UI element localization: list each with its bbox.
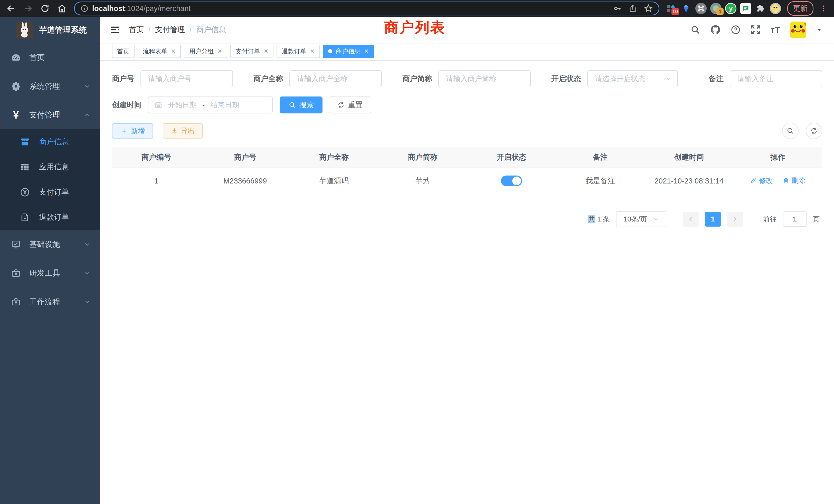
app-logo-row[interactable]: 芋道管理系统 [0,17,100,43]
top-navbar: 首页 / 支付管理 / 商户信息 商户列表 ᴛT [100,17,834,43]
toggle-search-button[interactable] [782,123,798,139]
extension-badge: 10 [672,8,679,15]
tab-merchant-info[interactable]: 商户信息✕ [323,45,374,58]
password-key-icon[interactable] [613,4,622,13]
sidebar-item-infra[interactable]: 基础设施 [0,230,100,259]
prev-page-button[interactable] [683,212,699,227]
search-button[interactable]: 搜索 [280,96,323,113]
col-remark: 备注 [556,147,645,168]
cell-merchant-id: 1 [112,168,201,194]
close-icon[interactable]: ✕ [310,48,314,55]
browser-menu-icon[interactable] [820,5,827,12]
fullscreen-icon[interactable] [750,25,761,35]
tab-home[interactable]: 首页 [112,45,135,58]
sidebar-item-pay-order[interactable]: 支付订单 [0,180,100,205]
briefcase-icon [11,297,21,307]
merchant-table: 商户编号 商户号 商户全称 商户简称 开启状态 备注 创建时间 操作 1 M23… [112,147,822,194]
sidebar-item-payment[interactable]: ¥ 支付管理 [0,100,100,129]
breadcrumb-current: 商户信息 [196,25,226,35]
merchant-no-input[interactable] [140,70,233,87]
col-merchant-id: 商户编号 [112,147,201,168]
goto-label: 前往 [763,214,777,224]
chrome-update-button[interactable]: 更新 [787,1,813,16]
url-text: localhost:1024/pay/merchant [92,4,609,13]
header-search-icon[interactable] [690,25,700,35]
extension-chat-icon[interactable] [740,3,751,14]
extension-command-icon[interactable] [695,3,707,14]
refresh-icon [810,127,818,135]
font-size-icon[interactable]: ᴛT [771,25,780,35]
app-logo [16,22,33,39]
back-icon[interactable] [4,2,19,15]
tab-pay-order[interactable]: 支付订单✕ [230,45,273,58]
profile-avatar-icon[interactable] [770,3,781,14]
breadcrumb-payment[interactable]: 支付管理 [155,25,185,35]
caret-down-icon[interactable] [816,26,823,33]
extension-blue-diamond-icon[interactable]: 10 [665,3,677,14]
sidebar-item-merchant-info[interactable]: 商户信息 [0,129,100,155]
extension-proxy-icon[interactable]: 1 [710,3,722,14]
col-created: 创建时间 [645,147,733,168]
add-button[interactable]: ＋ 新增 [112,123,153,139]
forward-icon[interactable] [21,2,36,15]
full-name-input[interactable] [289,70,382,87]
edit-button[interactable]: 修改 [750,176,773,185]
date-end-placeholder: 结束日期 [210,100,239,110]
filter-full-name-label: 商户全称 [254,74,283,84]
sidebar-item-workflow[interactable]: 工作流程 [0,288,100,316]
tab-refund-order[interactable]: 退款订单✕ [277,45,320,58]
home-icon[interactable] [54,2,69,15]
status-toggle[interactable] [501,176,522,186]
cell-short-name: 芋艿 [378,168,467,194]
extension-gem-icon[interactable] [680,3,692,14]
sidebar-item-devtools[interactable]: 研发工具 [0,259,100,288]
extensions-puzzle-icon[interactable] [755,3,766,14]
site-info-icon[interactable] [80,4,89,13]
sidebar-item-home[interactable]: 首页 [0,43,100,72]
next-page-button[interactable] [727,212,743,227]
close-icon[interactable]: ✕ [217,48,222,55]
delete-button[interactable]: 删除 [783,176,805,185]
reset-button[interactable]: 重置 [329,96,371,113]
export-button[interactable]: 导出 [163,123,203,139]
close-icon[interactable]: ✕ [171,48,176,55]
extension-badge: 1 [717,8,724,15]
breadcrumb-home[interactable]: 首页 [129,25,144,35]
short-name-input[interactable] [438,70,531,87]
sidebar-fold-icon[interactable] [100,24,129,35]
page-number-1[interactable]: 1 [705,212,721,227]
status-select[interactable]: 请选择开启状态 [587,70,678,87]
pagination: 共 1 条 10条/页 1 前往 页 [112,211,822,227]
sidebar-item-refund-order[interactable]: 退款订单 [0,205,100,230]
remark-input[interactable] [730,70,822,87]
close-icon[interactable]: ✕ [264,48,268,55]
sidebar-item-system[interactable]: 系统管理 [0,72,100,100]
filter-status-label: 开启状态 [551,74,581,84]
address-bar[interactable]: localhost:1024/pay/merchant [74,2,659,16]
filter-short-name-label: 商户简称 [402,74,432,84]
page-size-select[interactable]: 10条/页 [616,211,666,227]
refresh-table-button[interactable] [806,123,822,139]
chevron-up-icon [84,111,91,118]
share-icon[interactable] [628,4,637,13]
close-icon[interactable]: ✕ [364,48,369,55]
goto-page-input[interactable] [783,211,807,227]
sidebar-item-app-info[interactable]: 应用信息 [0,155,100,180]
bookmark-star-icon[interactable] [644,4,653,13]
date-range-picker[interactable]: 开始日期 - 结束日期 [148,96,273,113]
page-unit-label: 页 [813,214,820,224]
col-merchant-no: 商户号 [201,147,290,168]
browser-toolbar: localhost:1024/pay/merchant 10 [0,0,834,17]
tab-user-group[interactable]: 用户分组✕ [184,45,227,58]
col-actions: 操作 [733,147,822,168]
pencil-icon [750,177,757,184]
github-icon[interactable] [710,24,721,35]
table-row[interactable]: 1 M233666999 芋道源码 芋艿 我是备注 2021-10-23 08:… [112,168,822,194]
reload-icon[interactable] [38,2,52,15]
page-annotation: 商户列表 [384,18,446,38]
user-avatar[interactable] [790,22,806,38]
help-icon[interactable] [730,25,741,35]
extension-y-logo-icon[interactable]: y [725,3,737,14]
sidebar-item-label: 工作流程 [29,297,75,307]
tab-process-form[interactable]: 流程表单✕ [138,45,181,58]
